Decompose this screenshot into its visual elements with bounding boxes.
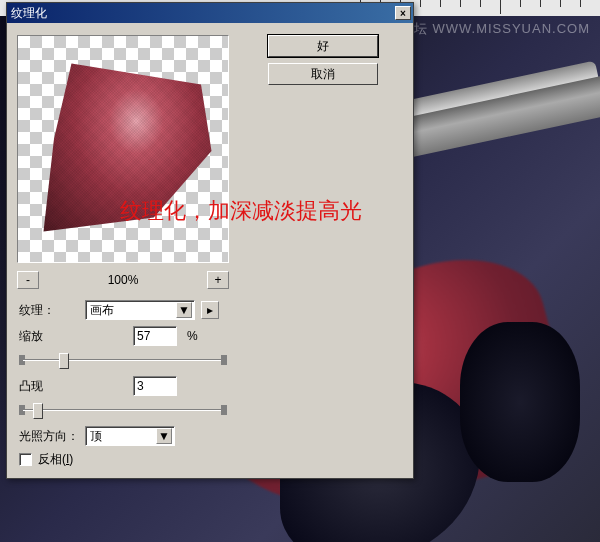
light-dropdown[interactable]: 顶 ▼ <box>85 426 175 446</box>
chevron-down-icon: ▼ <box>176 302 192 318</box>
relief-row: 凸现 3 <box>17 375 229 397</box>
dialog-title: 纹理化 <box>11 5 395 22</box>
scale-slider[interactable] <box>23 351 223 369</box>
invert-row: 反相(I) <box>17 451 229 468</box>
ok-button[interactable]: 好 <box>268 35 378 57</box>
controls-panel: 纹理： 画布 ▼ ▸ 缩放 57 % <box>17 299 229 468</box>
close-icon[interactable]: × <box>395 6 411 20</box>
dialog-right-column: 好 取消 <box>243 35 403 468</box>
zoom-percent: 100% <box>39 273 207 287</box>
dialog-body: - 100% + 纹理： 画布 ▼ ▸ 缩放 57 % <box>7 23 413 478</box>
scale-label: 缩放 <box>17 328 79 345</box>
slider-line <box>23 359 223 361</box>
scale-input[interactable]: 57 <box>133 326 177 346</box>
slider-line <box>23 409 223 411</box>
zoom-controls: - 100% + <box>17 271 229 289</box>
relief-slider-thumb[interactable] <box>33 403 43 419</box>
annotation-text: 纹理化，加深减淡提高光 <box>120 196 362 226</box>
chevron-down-icon: ▼ <box>156 428 172 444</box>
scale-row: 缩放 57 % <box>17 325 229 347</box>
bg-dark-shape-2 <box>460 322 580 482</box>
dialog-left-column: - 100% + 纹理： 画布 ▼ ▸ 缩放 57 % <box>17 35 229 468</box>
texture-label: 纹理： <box>17 302 79 319</box>
relief-slider[interactable] <box>23 401 223 419</box>
texturizer-dialog: 纹理化 × - 100% + 纹理： 画布 ▼ <box>6 2 414 479</box>
light-row: 光照方向： 顶 ▼ <box>17 425 229 447</box>
light-label: 光照方向： <box>17 428 79 445</box>
light-value: 顶 <box>90 428 156 445</box>
dialog-titlebar[interactable]: 纹理化 × <box>7 3 413 23</box>
texture-load-button[interactable]: ▸ <box>201 301 219 319</box>
texture-row: 纹理： 画布 ▼ ▸ <box>17 299 229 321</box>
invert-label: 反相(I) <box>38 451 73 468</box>
preview-box[interactable] <box>17 35 229 263</box>
slider-max-icon <box>221 405 227 415</box>
cancel-button[interactable]: 取消 <box>268 63 378 85</box>
relief-input[interactable]: 3 <box>133 376 177 396</box>
relief-label: 凸现 <box>17 378 79 395</box>
scale-suffix: % <box>187 329 198 343</box>
texture-value: 画布 <box>90 302 176 319</box>
slider-max-icon <box>221 355 227 365</box>
zoom-out-button[interactable]: - <box>17 271 39 289</box>
zoom-in-button[interactable]: + <box>207 271 229 289</box>
scale-slider-thumb[interactable] <box>59 353 69 369</box>
texture-dropdown[interactable]: 画布 ▼ <box>85 300 195 320</box>
invert-checkbox[interactable] <box>19 453 32 466</box>
